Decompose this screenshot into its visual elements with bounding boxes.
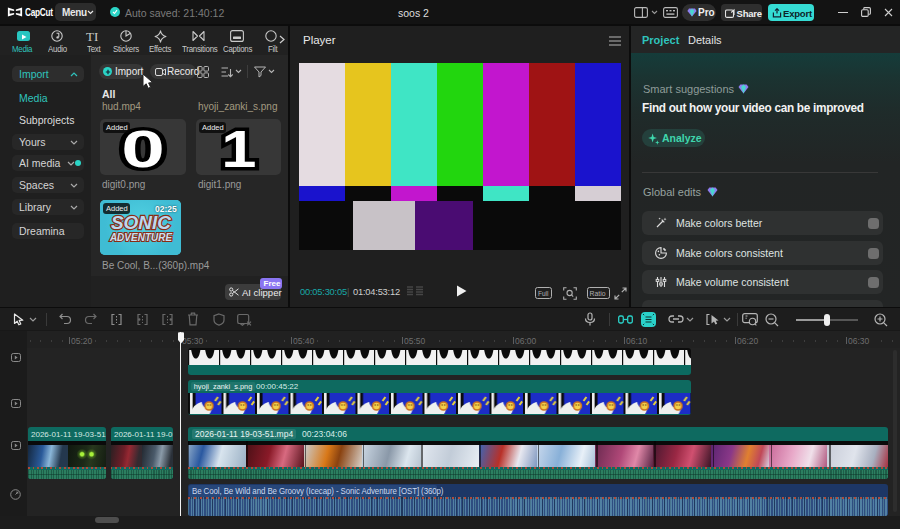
svg-text:SONIC: SONIC [111, 212, 171, 233]
svg-text:Full: Full [538, 290, 549, 297]
svg-text:ADVENTURE: ADVENTURE [109, 232, 173, 243]
svg-text:Ratio: Ratio [590, 290, 606, 297]
svg-text:1: 1 [221, 120, 256, 177]
